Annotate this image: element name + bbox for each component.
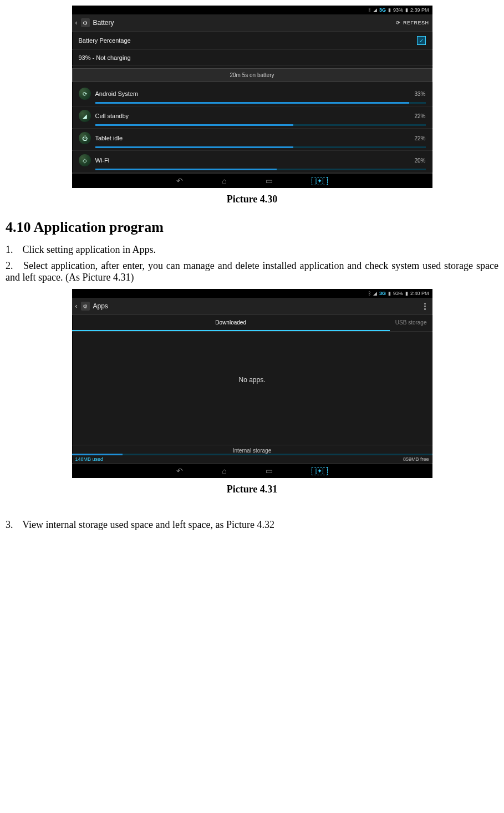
usage-label: Tablet idle [95, 135, 123, 141]
cell-standby-icon: ◢ [79, 110, 91, 122]
tab-downloaded[interactable]: Downloaded [72, 315, 390, 331]
page-title: Apps [93, 302, 108, 310]
clock-label: 2:40 PM [410, 291, 429, 296]
refresh-icon: ⟳ [396, 20, 401, 26]
battery-icon: ▮ [405, 291, 408, 296]
list-text-1: Click setting application in Apps. [23, 244, 156, 255]
title-bar: ‹ ⚙ Apps [72, 298, 432, 315]
list-item-3: 3. View internal storage used space and … [6, 519, 498, 531]
wifi-icon: ◢ [373, 7, 377, 13]
battery-icon: ▮ [405, 7, 408, 13]
usage-label: Cell standby [95, 113, 129, 119]
settings-icon: ⚙ [81, 302, 90, 311]
time-on-battery-bar[interactable]: 20m 5s on battery [72, 68, 432, 82]
internal-storage-label: Internal storage [72, 445, 432, 454]
settings-icon: ⚙ [81, 18, 90, 27]
caption-2: Picture 4.31 [227, 484, 278, 495]
bluetooth-icon: ᛒ [368, 291, 371, 296]
signal-icon: ▮ [388, 291, 391, 296]
wifi-icon: ◢ [373, 291, 377, 296]
home-button[interactable]: ⌂ [222, 466, 226, 475]
tablet-idle-icon: ⏻ [79, 132, 91, 144]
battery-percent-label: 93% [393, 291, 403, 296]
apps-screenshot: ᛒ ◢ 3G ▮ 93% ▮ 2:40 PM ‹ ⚙ Apps Download… [72, 289, 432, 478]
usage-percent: 33% [414, 91, 425, 97]
usage-percent: 22% [414, 113, 425, 119]
usage-bar [95, 102, 426, 104]
charging-status-row: 93% - Not charging [72, 50, 432, 66]
battery-percentage-checkbox[interactable]: ✓ [417, 36, 426, 45]
battery-percent-label: 93% [393, 7, 403, 13]
recent-button[interactable]: ▭ [266, 176, 273, 185]
page-title: Battery [93, 19, 114, 27]
clock-label: 2:39 PM [410, 7, 429, 13]
tabs: Downloaded USB storage [72, 315, 432, 332]
list-num-1: 1. [6, 244, 20, 256]
back-icon[interactable]: ‹ [75, 302, 78, 310]
screenshot-button[interactable]: [✦] [312, 177, 328, 185]
storage-line: 148MB used 859MB free [72, 456, 432, 463]
title-bar: ‹ ⚙ Battery ⟳ REFRESH [72, 14, 432, 32]
back-icon[interactable]: ‹ [75, 19, 78, 27]
network-3g-label: 3G [379, 7, 386, 13]
status-bar: ᛒ ◢ 3G ▮ 93% ▮ 2:40 PM [72, 289, 432, 298]
storage-free-label: 859MB free [403, 456, 429, 462]
network-3g-label: 3G [379, 291, 386, 296]
home-button[interactable]: ⌂ [222, 176, 226, 185]
battery-percentage-row[interactable]: Battery Percentage ✓ [72, 32, 432, 50]
bluetooth-icon: ᛒ [368, 7, 371, 13]
usage-bar [95, 146, 426, 148]
usage-percent: 22% [414, 135, 425, 141]
wifi-usage-icon: ◇ [79, 154, 91, 166]
refresh-label: REFRESH [403, 20, 429, 26]
refresh-button[interactable]: ⟳ REFRESH [396, 20, 429, 26]
usage-row-wifi[interactable]: ◇ Wi-Fi 20% [72, 151, 432, 173]
battery-percentage-label: Battery Percentage [79, 37, 131, 44]
back-button[interactable]: ↶ [176, 176, 183, 185]
list-item-2: 2. Select application, after enter, you … [6, 260, 498, 283]
back-button[interactable]: ↶ [176, 466, 183, 475]
usage-row-android-system[interactable]: ⟳ Android System 33% [72, 84, 432, 106]
overflow-menu-icon[interactable] [421, 301, 429, 311]
android-system-icon: ⟳ [79, 88, 91, 100]
list-text-2: Select application, after enter, you can… [6, 260, 498, 283]
storage-used-label: 148MB used [75, 456, 104, 462]
internal-storage-bar [72, 454, 432, 455]
list-text-3: View internal storage used space and lef… [22, 519, 274, 530]
section-heading: 4.10 Application program [6, 219, 504, 236]
list-num-2: 2. [6, 260, 20, 272]
caption-1: Picture 4.30 [227, 194, 278, 205]
tab-usb-storage[interactable]: USB storage [390, 315, 432, 331]
usage-row-tablet-idle[interactable]: ⏻ Tablet idle 22% [72, 129, 432, 151]
recent-button[interactable]: ▭ [266, 466, 273, 475]
usage-label: Android System [95, 90, 139, 97]
nav-bar: ↶ ⌂ ▭ [✦] [72, 173, 432, 188]
time-on-battery-label: 20m 5s on battery [230, 72, 274, 78]
status-bar: ᛒ ◢ 3G ▮ 93% ▮ 2:39 PM [72, 6, 432, 14]
usage-bar [95, 169, 426, 170]
usage-row-cell-standby[interactable]: ◢ Cell standby 22% [72, 106, 432, 129]
no-apps-label: No apps. [72, 332, 432, 445]
battery-screenshot: ᛒ ◢ 3G ▮ 93% ▮ 2:39 PM ‹ ⚙ Battery ⟳ REF… [72, 6, 432, 188]
charging-status-label: 93% - Not charging [79, 54, 131, 61]
usage-label: Wi-Fi [95, 157, 110, 164]
signal-icon: ▮ [388, 7, 391, 13]
list-item-1: 1. Click setting application in Apps. [6, 244, 498, 256]
nav-bar: ↶ ⌂ ▭ [✦] [72, 463, 432, 478]
screenshot-button[interactable]: [✦] [312, 467, 328, 475]
usage-bar [95, 124, 426, 126]
list-num-3: 3. [6, 519, 20, 531]
usage-percent: 20% [414, 157, 425, 164]
